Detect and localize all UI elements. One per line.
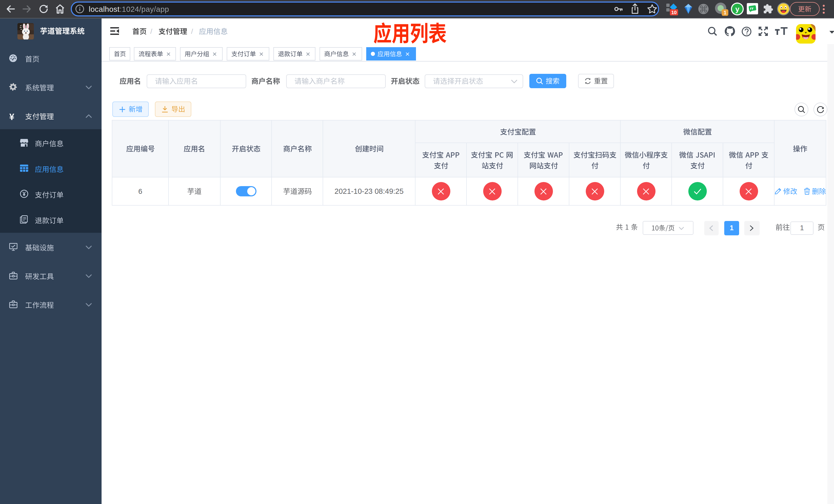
svg-text:10: 10: [671, 10, 677, 15]
svg-text:y: y: [735, 5, 739, 13]
svg-text:1: 1: [723, 10, 726, 15]
